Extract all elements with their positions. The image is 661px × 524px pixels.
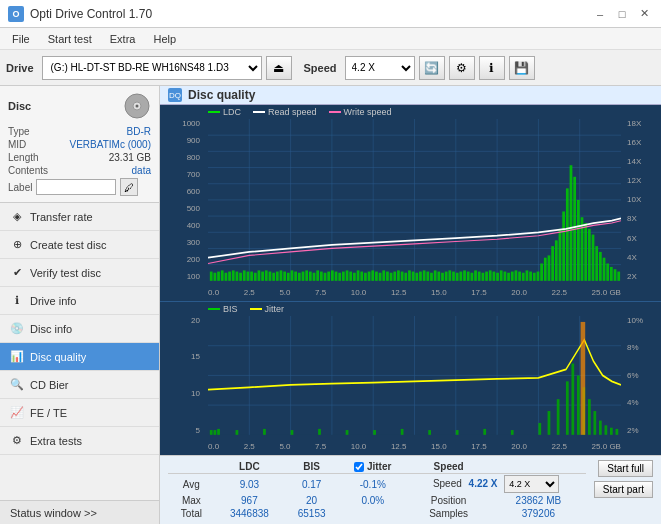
svg-rect-168 [577,375,580,434]
svg-rect-45 [287,273,290,281]
svg-rect-97 [478,272,481,281]
svg-rect-75 [397,270,400,280]
speed-select[interactable]: 4.2 X [345,56,415,80]
start-part-button[interactable]: Start part [594,481,653,498]
type-value: BD-R [127,126,151,137]
write-speed-color [329,111,341,113]
svg-rect-92 [459,272,462,281]
jitter-checkbox[interactable] [354,462,364,472]
disc-header: Disc [8,92,151,120]
sidebar-item-verify-test-disc[interactable]: ✔ Verify test disc [0,259,159,287]
ldc-color [208,111,220,113]
svg-rect-85 [434,270,437,280]
create-test-disc-icon: ⊕ [10,238,24,252]
upper-legend: LDC Read speed Write speed [208,107,391,117]
svg-rect-57 [331,270,334,280]
svg-rect-149 [210,430,213,435]
sidebar-item-extra-tests[interactable]: ⚙ Extra tests [0,427,159,455]
svg-rect-67 [368,272,371,281]
disc-title: Disc [8,100,31,112]
svg-rect-52 [313,273,316,281]
close-button[interactable]: ✕ [635,5,653,23]
sidebar-item-fe-te[interactable]: 📈 FE / TE [0,399,159,427]
svg-rect-108 [518,272,521,281]
samples-value: 379206 [491,507,586,520]
svg-rect-109 [522,273,525,281]
menu-bar: File Start test Extra Help [0,28,661,50]
refresh-button[interactable]: 🔄 [419,56,445,80]
svg-rect-173 [604,425,607,435]
label-label: Label [8,182,32,193]
disc-label-row: Label 🖊 [8,178,151,196]
sidebar-item-label: CD Bier [30,379,69,391]
content-area: DQ Disc quality LDC Read speed [160,86,661,524]
legend-read-speed: Read speed [253,107,317,117]
svg-rect-35 [250,272,253,281]
legend-jitter-label: Jitter [265,304,285,314]
save-button[interactable]: 💾 [509,56,535,80]
svg-rect-112 [533,273,536,281]
bis-color [208,308,220,310]
info-button[interactable]: ℹ [479,56,505,80]
svg-rect-63 [353,273,356,281]
sidebar-item-cd-bier[interactable]: 🔍 CD Bier [0,371,159,399]
svg-rect-175 [615,429,618,435]
sidebar-item-disc-info[interactable]: 💿 Disc info [0,315,159,343]
legend-write-speed-label: Write speed [344,107,392,117]
menu-start-test[interactable]: Start test [40,31,100,47]
svg-rect-114 [540,263,543,280]
menu-help[interactable]: Help [145,31,184,47]
svg-rect-50 [305,270,308,280]
svg-rect-117 [551,246,554,281]
settings-button[interactable]: ⚙ [449,56,475,80]
svg-rect-33 [243,270,246,280]
start-full-button[interactable]: Start full [598,460,653,477]
svg-rect-81 [419,272,422,281]
drive-select[interactable]: (G:) HL-DT-ST BD-RE WH16NS48 1.D3 [42,56,262,80]
svg-rect-99 [485,272,488,281]
stats-col-speed: Speed [406,460,491,474]
svg-rect-70 [379,273,382,281]
svg-text:DQ: DQ [169,91,181,100]
svg-rect-164 [548,411,551,435]
eject-button[interactable]: ⏏ [266,56,292,80]
svg-rect-132 [606,263,609,280]
svg-rect-42 [276,272,279,281]
total-jitter [339,507,406,520]
disc-quality-title: Disc quality [188,88,255,102]
sidebar-item-drive-info[interactable]: ℹ Drive info [0,287,159,315]
svg-rect-59 [338,273,341,281]
sidebar-item-label: FE / TE [30,407,67,419]
legend-read-speed-label: Read speed [268,107,317,117]
svg-rect-48 [298,273,301,281]
svg-rect-28 [225,273,228,281]
svg-rect-76 [401,272,404,281]
maximize-button[interactable]: □ [613,5,631,23]
svg-rect-119 [559,229,562,281]
sidebar-item-transfer-rate[interactable]: ◈ Transfer rate [0,203,159,231]
legend-jitter: Jitter [250,304,285,314]
lower-chart-svg [208,316,621,435]
menu-extra[interactable]: Extra [102,31,144,47]
stats-row: LDC BIS Jitter Speed Avg 9.03 0.17 -0. [160,455,661,524]
mid-label: MID [8,139,26,150]
speed-select-stat[interactable]: 4.2 X [504,475,559,493]
sidebar-item-label: Extra tests [30,435,82,447]
label-input[interactable] [36,179,116,195]
x-axis-upper: 0.0 2.5 5.0 7.5 10.0 12.5 15.0 17.5 20.0… [208,288,621,297]
sidebar-item-create-test-disc[interactable]: ⊕ Create test disc [0,231,159,259]
status-window-button[interactable]: Status window >> [0,500,159,524]
disc-quality-header: DQ Disc quality [160,86,661,105]
x-axis-lower: 0.0 2.5 5.0 7.5 10.0 12.5 15.0 17.5 20.0… [208,442,621,451]
menu-file[interactable]: File [4,31,38,47]
label-edit-button[interactable]: 🖊 [120,178,138,196]
svg-rect-30 [232,270,235,280]
legend-bis: BIS [208,304,238,314]
sidebar-item-disc-quality[interactable]: 📊 Disc quality [0,343,159,371]
minimize-button[interactable]: – [591,5,609,23]
svg-rect-80 [415,273,418,281]
avg-bis: 0.17 [284,474,339,495]
svg-rect-130 [599,252,602,281]
svg-rect-150 [214,430,217,435]
svg-rect-113 [537,272,540,281]
